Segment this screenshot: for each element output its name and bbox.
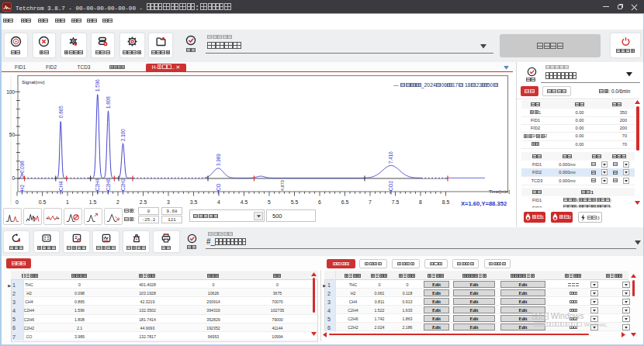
svg-text:0.5: 0.5 — [39, 199, 47, 205]
svg-text:1.808: 1.808 — [106, 96, 111, 109]
svg-text:7: 7 — [369, 199, 372, 205]
svg-text:50: 50 — [9, 132, 16, 137]
svg-text:C2H4: C2H4 — [95, 178, 100, 191]
svg-text:5: 5 — [268, 199, 271, 205]
svg-text:6: 6 — [318, 199, 321, 205]
svg-text:3: 3 — [167, 199, 170, 205]
svg-text:2: 2 — [116, 199, 119, 205]
svg-text:1: 1 — [66, 199, 69, 205]
svg-text:CO2: CO2 — [388, 181, 393, 191]
svg-text:100: 100 — [6, 89, 15, 95]
svg-text:CH4: CH4 — [58, 181, 64, 191]
svg-text:H2: H2 — [19, 184, 25, 191]
svg-text:1.596: 1.596 — [95, 79, 100, 92]
svg-text:2.100: 2.100 — [120, 129, 126, 141]
svg-text:4: 4 — [217, 199, 220, 205]
svg-text:1.5: 1.5 — [89, 199, 97, 205]
svg-text:4.5: 4.5 — [241, 199, 248, 205]
svg-text:Time[min]: Time[min] — [489, 189, 510, 194]
svg-text:5.5: 5.5 — [291, 199, 299, 205]
svg-text:0.098: 0.098 — [19, 161, 25, 173]
svg-text:0: 0 — [12, 175, 15, 181]
svg-text:6.5: 6.5 — [341, 199, 349, 205]
svg-text:3.989: 3.989 — [216, 154, 221, 166]
svg-text:CO: CO — [216, 183, 221, 191]
svg-text:7.416: 7.416 — [388, 151, 393, 164]
svg-text:7.5: 7.5 — [392, 199, 400, 205]
svg-text:4.873: 4.873 — [280, 180, 285, 191]
svg-text:Signal(mv): Signal(mv) — [22, 79, 45, 85]
svg-text:C2H2: C2H2 — [120, 178, 126, 191]
svg-text:8: 8 — [419, 199, 422, 205]
svg-text:C2H6: C2H6 — [106, 178, 111, 191]
svg-text:0.865: 0.865 — [58, 106, 64, 118]
svg-text:2.5: 2.5 — [140, 199, 147, 205]
svg-text:3.5: 3.5 — [190, 199, 198, 205]
svg-text:0: 0 — [16, 199, 19, 205]
svg-text:8.5: 8.5 — [442, 199, 450, 205]
